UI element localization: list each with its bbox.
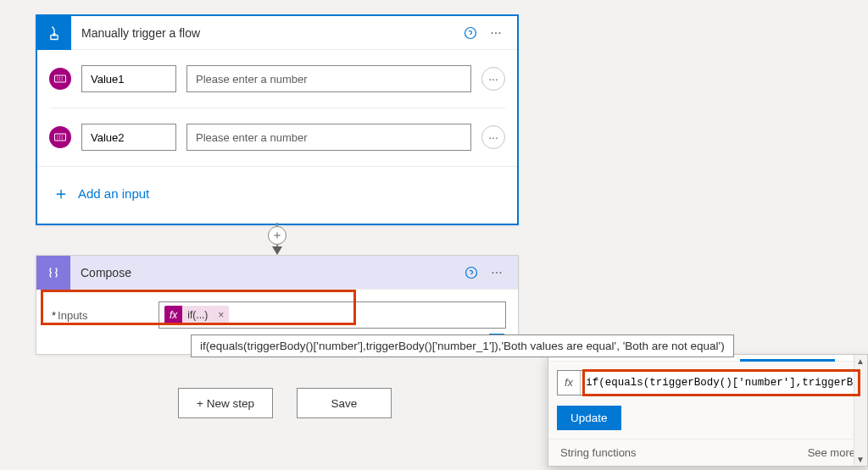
flow-actions: + New step Save [178, 388, 392, 418]
input-more-icon[interactable]: ··· [481, 125, 505, 149]
trigger-title: Manually trigger a flow [71, 26, 458, 40]
scroll-up-icon[interactable]: ▲ [856, 357, 865, 366]
number-type-icon[interactable] [49, 68, 71, 90]
add-input-label: Add an input [78, 186, 149, 201]
add-input-button[interactable]: ＋ Add an input [53, 182, 502, 205]
help-icon[interactable] [458, 20, 483, 46]
see-more-link[interactable]: See more [808, 446, 855, 459]
remove-pill-icon[interactable]: × [213, 309, 229, 321]
input-more-icon[interactable]: ··· [481, 67, 505, 91]
input-name-field[interactable]: Value2 [81, 124, 176, 151]
update-button[interactable]: Update [557, 406, 621, 430]
trigger-inputs: Value1 Please enter a number ··· Value2 … [37, 50, 517, 166]
number-type-icon[interactable] [49, 126, 71, 148]
compose-header[interactable]: Compose ··· [36, 256, 518, 290]
compose-title: Compose [70, 266, 459, 279]
compose-icon [36, 256, 70, 290]
more-icon[interactable]: ··· [483, 20, 509, 46]
input-row: Value2 Please enter a number ··· [49, 108, 505, 166]
flyout-scrollbar[interactable]: ▲ ▼ [854, 355, 867, 466]
input-name-field[interactable]: Value1 [81, 65, 176, 92]
trigger-card: Manually trigger a flow ··· Value1 Pleas… [36, 14, 519, 225]
expression-text[interactable]: if(equals(triggerBody()['number'],trigge… [581, 377, 858, 389]
arrow-down-icon [272, 246, 282, 255]
input-value-field[interactable]: Please enter a number [186, 65, 471, 92]
expression-editor[interactable]: fx if(equals(triggerBody()['number'],tri… [557, 370, 859, 395]
section-title: String functions [560, 446, 637, 459]
compose-inputs-field[interactable]: fx if(...) × [159, 301, 506, 329]
expression-flyout: fx if(equals(triggerBody()['number'],tri… [548, 354, 868, 467]
plus-icon: ＋ [53, 182, 70, 205]
functions-section: String functions See more [548, 439, 867, 466]
expression-pill-text: if(...) [182, 309, 213, 321]
expression-tooltip: if(equals(triggerBody()['number'],trigge… [191, 335, 734, 357]
fx-icon: fx [558, 371, 581, 395]
save-button[interactable]: Save [297, 388, 392, 418]
insert-step-button[interactable]: ＋ [268, 226, 287, 245]
connector: ＋ [271, 223, 283, 255]
expression-pill[interactable]: fx if(...) × [164, 306, 229, 324]
input-row: Value1 Please enter a number ··· [49, 50, 505, 108]
new-step-button[interactable]: + New step [178, 388, 273, 418]
fx-icon: fx [164, 306, 182, 324]
help-icon[interactable] [459, 260, 484, 285]
scroll-down-icon[interactable]: ▼ [856, 455, 865, 464]
trigger-icon [37, 16, 71, 50]
trigger-header[interactable]: Manually trigger a flow ··· [37, 16, 517, 50]
input-value-field[interactable]: Please enter a number [186, 124, 471, 151]
more-icon[interactable]: ··· [484, 260, 509, 285]
compose-field-label: Inputs [48, 309, 150, 322]
